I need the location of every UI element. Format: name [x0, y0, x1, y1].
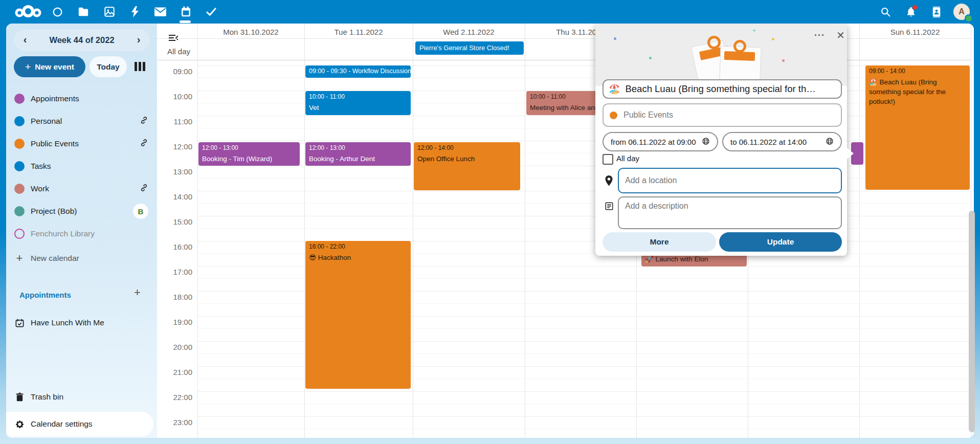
popup-actions-button[interactable]: ··· [814, 30, 825, 41]
update-button[interactable]: Update [719, 232, 842, 252]
description-icon [605, 202, 614, 213]
activity-icon[interactable] [129, 6, 141, 18]
allday-separator [157, 60, 971, 60]
time-tick: 10:00 [164, 92, 192, 101]
files-icon[interactable] [77, 6, 90, 18]
close-icon[interactable]: ✕ [836, 29, 845, 41]
event-title-field[interactable]: 🏖️ [603, 79, 842, 99]
appointments-section-header: Appointments [19, 291, 71, 299]
event-open-office-lunch[interactable]: 12:00 - 14:00 Open Office Lunch [414, 142, 520, 190]
sidebar-item-tasks[interactable]: Tasks [6, 155, 157, 177]
event-vet[interactable]: 10:00 - 11:00 Vet [305, 91, 411, 115]
sparkle-dot [649, 57, 652, 59]
app-window: ‹ Week 44 of 2022 › + New event Today Ap… [0, 0, 980, 444]
time-tick: 20:00 [164, 343, 192, 351]
event-workflow-discussion[interactable]: 09:00 - 09:30 - Workflow Discussion [305, 65, 411, 78]
all-day-checkbox[interactable] [603, 154, 613, 165]
contacts-icon[interactable] [930, 6, 943, 18]
end-date-picker[interactable]: to 06.11.2022 at 14:00 [722, 132, 842, 151]
dashboard-icon[interactable] [51, 6, 63, 18]
calendar-select[interactable]: Public Events [603, 103, 842, 127]
description-textarea[interactable] [618, 196, 842, 229]
calendar-color-dot[interactable] [14, 139, 25, 149]
time-tick: 11:00 [164, 117, 192, 126]
day-header-mon: Mon 31.10.2022 [197, 27, 304, 38]
timezone-globe-icon[interactable] [826, 137, 834, 147]
timezone-globe-icon[interactable] [702, 137, 710, 147]
vertical-scrollbar[interactable] [969, 211, 975, 432]
event-editor-popup: + ··· ✕ 🏖️ Public Events from 06.11.202 [595, 24, 847, 256]
photos-icon[interactable] [103, 6, 116, 18]
event-booking-tim-wizard[interactable]: 12:00 - 13:00 Booking - Tim (Wizard) [198, 142, 300, 166]
event-hackathon[interactable]: 16:00 - 22:00 😎 Hackathon [305, 241, 411, 389]
mail-icon[interactable] [154, 6, 166, 18]
week-view-toggle-icon[interactable] [133, 60, 146, 73]
nextcloud-logo[interactable] [13, 4, 43, 21]
event-booking-arthur-dent[interactable]: 12:00 - 13:00 Booking - Arthur Dent [305, 142, 411, 166]
calendar-color-dot[interactable] [14, 206, 25, 216]
time-tick: 14:00 [164, 192, 192, 201]
calendar-app-icon[interactable] [180, 6, 192, 18]
more-button[interactable]: More [603, 232, 716, 252]
sidebar-item-work[interactable]: Work [6, 177, 157, 200]
notification-badge [912, 5, 918, 10]
time-tick: 13:00 [164, 167, 192, 176]
sidebar: ‹ Week 44 of 2022 › + New event Today Ap… [6, 24, 157, 438]
event-hidden-saturday[interactable] [851, 142, 863, 165]
calendar-color-dot[interactable] [14, 161, 25, 171]
calendar-main: All day Mon 31.10.2022 Tue 1.11.2022 Wed… [157, 24, 974, 438]
day-header-sun: Sun 6.11.2022 [859, 27, 971, 38]
location-input[interactable] [618, 168, 842, 193]
time-tick: 16:00 [164, 242, 192, 251]
event-pierres-general-store-closed[interactable]: Pierre's General Store Closed! [415, 41, 524, 55]
time-tick: 09:00 [164, 67, 192, 76]
new-event-button[interactable]: + New event [14, 56, 85, 77]
time-tick: 18:00 [164, 293, 192, 301]
new-calendar-button[interactable]: + New calendar [6, 247, 157, 270]
sparkle-plus: + [752, 29, 756, 33]
time-tick: 12:00 [164, 142, 192, 151]
sparkle-dot [772, 38, 774, 40]
sidebar-item-personal[interactable]: Personal [6, 110, 157, 132]
location-pin-icon [605, 175, 613, 188]
calendar-settings-button[interactable]: Calendar settings [6, 412, 153, 436]
topbar: A [0, 0, 980, 24]
calendar-color-dot[interactable] [14, 184, 25, 194]
search-icon[interactable] [879, 6, 892, 18]
popup-header: + ··· ✕ [595, 24, 847, 86]
trash-icon [14, 392, 25, 402]
event-emoji: 🏖️ [609, 83, 620, 95]
plus-icon: + [25, 61, 31, 73]
time-tick: 23:00 [164, 418, 192, 427]
calendar-color-ring[interactable] [14, 229, 25, 239]
start-date-picker[interactable]: from 06.11.2022 at 09:00 [603, 132, 718, 151]
tasks-icon[interactable] [205, 6, 217, 18]
sidebar-item-appointments[interactable]: Appointments [6, 87, 157, 110]
add-appointment-button[interactable]: + [134, 287, 141, 298]
plus-icon: + [14, 253, 25, 263]
sidebar-item-project-bob[interactable]: Project (Bob) B [6, 200, 157, 223]
shared-link-icon [140, 184, 148, 194]
appointment-item-have-lunch[interactable]: Have Lunch With Me [6, 312, 157, 334]
owner-avatar: B [133, 204, 148, 219]
shared-link-icon [140, 139, 148, 149]
time-tick: 17:00 [164, 268, 192, 276]
time-tick: 15:00 [164, 217, 192, 226]
sparkle-dot [614, 37, 616, 40]
gear-icon [14, 419, 25, 429]
event-beach-luau[interactable]: 09:00 - 14:00 🏖️ Beach Luau (Bring somet… [865, 65, 970, 190]
trash-bin-button[interactable]: Trash bin [6, 386, 157, 408]
day-header-wed: Wed 2.11.2022 [413, 27, 525, 38]
sidebar-item-fenchurch-library[interactable]: Fenchurch Library [6, 223, 157, 245]
calendar-color-dot[interactable] [14, 116, 25, 126]
active-app-indicator [180, 20, 191, 23]
next-week-button[interactable]: › [128, 29, 149, 51]
event-title-input[interactable] [624, 83, 836, 95]
calendar-color-dot[interactable] [14, 94, 25, 104]
notifications-bell-icon[interactable] [905, 6, 917, 18]
day-header-tue: Tue 1.11.2022 [304, 27, 413, 38]
all-day-checkbox-label: All day [616, 154, 639, 163]
collapse-all-day-icon[interactable] [168, 34, 179, 44]
sidebar-item-public-events[interactable]: Public Events [6, 132, 157, 155]
today-button[interactable]: Today [90, 56, 127, 77]
